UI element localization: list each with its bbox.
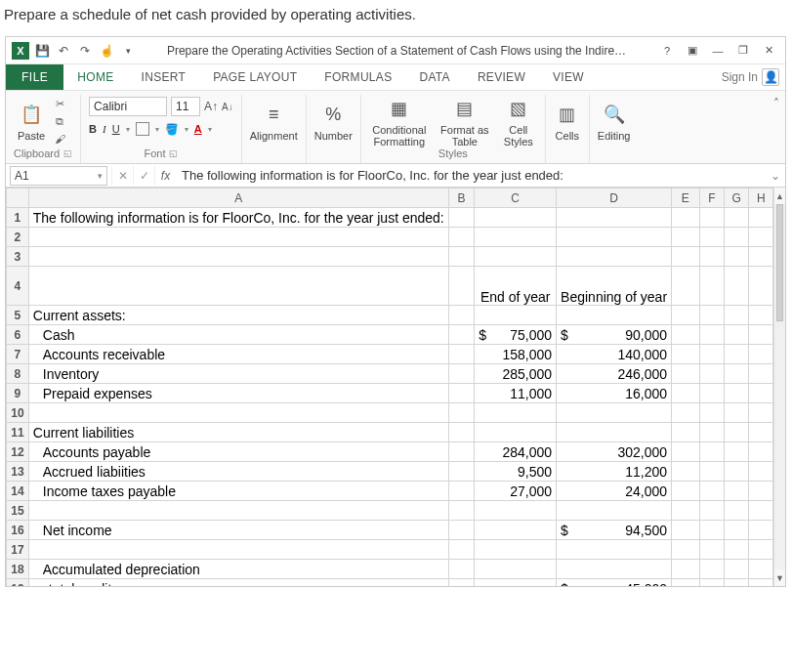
decrease-font-icon[interactable]: A↓ <box>222 102 233 112</box>
save-icon[interactable]: 💾 <box>33 42 51 60</box>
cell-E1[interactable] <box>672 208 700 228</box>
cut-icon[interactable]: ✂ <box>51 96 68 111</box>
sign-in[interactable]: Sign In 👤 <box>722 68 785 86</box>
cell-D17[interactable] <box>557 540 672 560</box>
tab-formulas[interactable]: FORMULAS <box>311 64 405 90</box>
cell-A8[interactable]: Inventory <box>28 364 448 384</box>
conditional-formatting-button[interactable]: ▦ Conditional Formatting <box>369 95 430 147</box>
cell-G1[interactable] <box>724 208 749 228</box>
maximize-icon[interactable]: ❐ <box>732 42 754 60</box>
cell-H4[interactable] <box>749 267 773 306</box>
cell-G11[interactable] <box>724 423 749 442</box>
cell-E11[interactable] <box>672 423 700 442</box>
ribbon-display-icon[interactable]: ▣ <box>682 42 703 60</box>
cell-H7[interactable] <box>749 345 773 364</box>
cell-F7[interactable] <box>699 345 724 364</box>
cell-B10[interactable] <box>448 403 475 423</box>
cell-E5[interactable] <box>672 306 700 325</box>
cell-F5[interactable] <box>699 306 724 325</box>
help-icon[interactable]: ? <box>656 42 678 60</box>
row-header[interactable]: 6 <box>7 325 29 345</box>
cell-D8[interactable]: 246,000 <box>557 364 672 384</box>
font-dialog-icon[interactable]: ◱ <box>169 148 178 158</box>
cell-F12[interactable] <box>699 442 724 462</box>
cell-B14[interactable] <box>448 482 475 501</box>
cancel-formula-icon[interactable]: ✕ <box>111 166 133 186</box>
cell-E4[interactable] <box>672 267 700 306</box>
cell-A2[interactable] <box>28 228 448 247</box>
cell-B4[interactable] <box>448 267 475 306</box>
cell-E19[interactable] <box>672 579 700 587</box>
col-header-F[interactable]: F <box>699 189 724 208</box>
name-box[interactable]: A1 ▾ <box>10 166 107 186</box>
cells-button[interactable]: ▥ Cells <box>554 101 581 142</box>
cell-B6[interactable] <box>448 325 475 345</box>
cell-B8[interactable] <box>448 364 475 384</box>
cell-E10[interactable] <box>672 403 700 423</box>
cell-E8[interactable] <box>672 364 700 384</box>
font-size-input[interactable] <box>171 97 200 116</box>
cell-D6[interactable]: $90,000 <box>557 325 672 345</box>
cell-C2[interactable] <box>475 228 557 247</box>
expand-formula-bar-icon[interactable]: ⌄ <box>766 169 785 183</box>
cell-D3[interactable] <box>557 247 672 267</box>
cell-D15[interactable] <box>557 501 672 521</box>
cell-D16[interactable]: $94,500 <box>557 521 672 540</box>
cell-A14[interactable]: Income taxes payable <box>28 482 448 501</box>
cell-C16[interactable] <box>475 521 557 540</box>
tab-view[interactable]: VIEW <box>539 64 598 90</box>
cell-C4[interactable]: End of year <box>475 267 557 306</box>
cell-D7[interactable]: 140,000 <box>557 345 672 364</box>
cell-C8[interactable]: 285,000 <box>475 364 557 384</box>
cell-H18[interactable] <box>749 560 773 579</box>
cell-C3[interactable] <box>475 247 557 267</box>
format-painter-icon[interactable]: 🖌 <box>51 131 68 147</box>
cell-B16[interactable] <box>448 521 475 540</box>
tab-data[interactable]: DATA <box>405 64 463 90</box>
bold-button[interactable]: B <box>89 123 97 135</box>
editing-button[interactable]: 🔍 Editing <box>598 101 631 142</box>
cell-E17[interactable] <box>672 540 700 560</box>
cell-H16[interactable] <box>749 521 773 540</box>
col-header-D[interactable]: D <box>557 189 672 208</box>
cell-E16[interactable] <box>672 521 700 540</box>
row-header[interactable]: 16 <box>7 521 29 540</box>
cell-D11[interactable] <box>557 423 672 442</box>
cell-A6[interactable]: Cash <box>28 325 448 345</box>
collapse-ribbon-icon[interactable]: ˄ <box>768 95 785 163</box>
cell-C10[interactable] <box>475 403 557 423</box>
cell-G13[interactable] <box>724 462 749 482</box>
font-color-button[interactable]: A <box>194 123 202 135</box>
cell-G15[interactable] <box>724 501 749 521</box>
close-icon[interactable]: ✕ <box>758 42 779 60</box>
cell-H14[interactable] <box>749 482 773 501</box>
row-header[interactable]: 9 <box>7 384 29 403</box>
insert-function-icon[interactable]: fx <box>154 166 176 186</box>
cell-H9[interactable] <box>749 384 773 403</box>
scroll-up-icon[interactable]: ▲ <box>774 188 785 204</box>
cell-C5[interactable] <box>475 306 557 325</box>
cell-F1[interactable] <box>699 208 724 228</box>
cell-A12[interactable]: Accounts payable <box>28 442 448 462</box>
row-header[interactable]: 18 <box>7 560 29 579</box>
cell-B18[interactable] <box>448 560 475 579</box>
cell-H17[interactable] <box>749 540 773 560</box>
cell-A1[interactable]: The following information is for FloorCo… <box>28 208 448 228</box>
underline-button[interactable]: U <box>112 123 120 135</box>
cell-G8[interactable] <box>724 364 749 384</box>
number-format-button[interactable]: % Number <box>314 101 353 142</box>
cell-F11[interactable] <box>699 423 724 442</box>
cell-D12[interactable]: 302,000 <box>557 442 672 462</box>
cell-E12[interactable] <box>672 442 700 462</box>
vertical-scrollbar[interactable]: ▲ ▼ <box>773 188 785 586</box>
row-header[interactable]: 11 <box>7 423 29 442</box>
cell-F10[interactable] <box>699 403 724 423</box>
cell-D10[interactable] <box>557 403 672 423</box>
paste-button[interactable]: 📋 Paste <box>18 101 45 142</box>
cell-B15[interactable] <box>448 501 475 521</box>
col-header-A[interactable]: A <box>28 189 448 208</box>
cell-G16[interactable] <box>724 521 749 540</box>
cell-F4[interactable] <box>699 267 724 306</box>
cell-C15[interactable] <box>475 501 557 521</box>
cell-A16[interactable]: Net income <box>28 521 448 540</box>
